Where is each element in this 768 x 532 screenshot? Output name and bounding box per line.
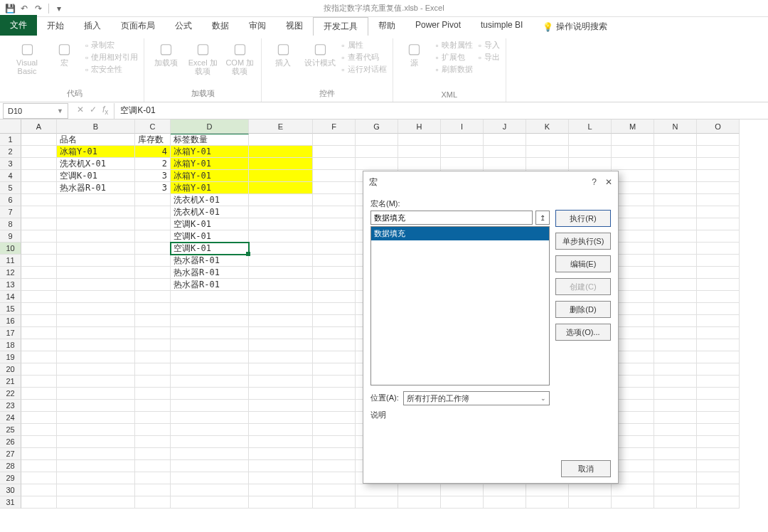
row-header-18[interactable]: 18 <box>0 339 21 351</box>
row-header-10[interactable]: 10 <box>0 243 21 255</box>
cell-E2[interactable] <box>249 146 313 158</box>
cell-H31[interactable] <box>398 496 441 509</box>
cell-C24[interactable] <box>135 412 171 424</box>
row-header-19[interactable]: 19 <box>0 351 21 363</box>
cell-E8[interactable] <box>249 218 313 230</box>
ribbon-button-属性[interactable]: ▫属性 <box>341 40 386 50</box>
fx-icon[interactable]: fx <box>102 105 108 116</box>
cell-B20[interactable] <box>57 363 135 376</box>
cell-A17[interactable] <box>21 327 57 339</box>
cell-F6[interactable] <box>313 194 356 206</box>
ribbon-button-扩展包[interactable]: ▫扩展包 <box>436 52 473 63</box>
cell-D2[interactable]: 冰箱Y-01 <box>171 146 249 158</box>
cell-F13[interactable] <box>313 279 356 291</box>
cell-N3[interactable] <box>654 158 697 170</box>
cell-C1[interactable]: 库存数 <box>135 134 171 146</box>
cell-O1[interactable] <box>697 134 740 146</box>
cell-E17[interactable] <box>249 327 313 339</box>
ribbon-button-导出[interactable]: ▫导出 <box>479 52 500 63</box>
cell-F7[interactable] <box>313 206 356 218</box>
cell-C27[interactable] <box>135 448 171 460</box>
cancel-formula-icon[interactable]: ✕ <box>77 105 84 116</box>
cell-A22[interactable] <box>21 388 57 400</box>
macro-location-select[interactable]: 所有打开的工作簿 ⌄ <box>403 391 550 405</box>
cell-L30[interactable] <box>569 484 612 496</box>
cell-J30[interactable] <box>484 484 526 496</box>
cell-E12[interactable] <box>249 267 313 279</box>
cell-N4[interactable] <box>654 170 697 182</box>
cell-E14[interactable] <box>249 291 313 303</box>
run-button[interactable]: 执行(R) <box>555 210 611 227</box>
cell-B25[interactable] <box>57 424 135 436</box>
tab-数据[interactable]: 数据 <box>202 17 239 36</box>
select-all-corner[interactable] <box>0 119 21 134</box>
cell-A13[interactable] <box>21 279 57 291</box>
tab-file[interactable]: 文件 <box>0 15 37 36</box>
cell-D1[interactable]: 标签数量 <box>171 134 249 146</box>
cell-B5[interactable]: 热水器R-01 <box>57 182 135 194</box>
save-icon[interactable]: 💾 <box>4 3 16 14</box>
ribbon-button-插入[interactable]: ▢插入 <box>267 40 299 67</box>
ribbon-button-刷新数据[interactable]: ▫刷新数据 <box>436 64 473 75</box>
cell-N11[interactable] <box>654 255 697 267</box>
cell-A5[interactable] <box>21 182 57 194</box>
cell-B4[interactable]: 空调K-01 <box>57 170 135 182</box>
cell-N24[interactable] <box>654 412 697 424</box>
enter-formula-icon[interactable]: ✓ <box>90 105 97 116</box>
cell-E1[interactable] <box>249 134 313 146</box>
cell-N7[interactable] <box>654 206 697 218</box>
cell-O3[interactable] <box>697 158 740 170</box>
cell-A8[interactable] <box>21 218 57 230</box>
cell-A9[interactable] <box>21 230 57 243</box>
row-header-4[interactable]: 4 <box>0 170 21 182</box>
cell-A24[interactable] <box>21 412 57 424</box>
row-header-27[interactable]: 27 <box>0 448 21 460</box>
cell-F22[interactable] <box>313 388 356 400</box>
cell-C20[interactable] <box>135 363 171 376</box>
cell-C8[interactable] <box>135 218 171 230</box>
cell-O16[interactable] <box>697 315 740 327</box>
cell-C16[interactable] <box>135 315 171 327</box>
cell-E28[interactable] <box>249 460 313 472</box>
cell-E26[interactable] <box>249 436 313 448</box>
cell-N25[interactable] <box>654 424 697 436</box>
step-into-button[interactable]: 单步执行(S) <box>555 233 611 250</box>
row-header-29[interactable]: 29 <box>0 472 21 484</box>
cell-E6[interactable] <box>249 194 313 206</box>
cell-B11[interactable] <box>57 255 135 267</box>
cell-M30[interactable] <box>612 484 654 496</box>
cell-D7[interactable]: 洗衣机X-01 <box>171 206 249 218</box>
cell-C23[interactable] <box>135 400 171 412</box>
cell-I3[interactable] <box>441 158 484 170</box>
cell-H1[interactable] <box>398 134 441 146</box>
cell-K30[interactable] <box>526 484 569 496</box>
cell-O30[interactable] <box>697 484 740 496</box>
cell-C21[interactable] <box>135 376 171 388</box>
cell-C10[interactable] <box>135 243 171 255</box>
cell-D30[interactable] <box>171 484 249 496</box>
cell-B16[interactable] <box>57 315 135 327</box>
cell-O10[interactable] <box>697 243 740 255</box>
cell-O6[interactable] <box>697 194 740 206</box>
macro-name-input[interactable] <box>370 211 533 225</box>
cell-F20[interactable] <box>313 363 356 376</box>
cell-F8[interactable] <box>313 218 356 230</box>
cell-J31[interactable] <box>484 496 526 509</box>
ribbon-button-COM 加载项[interactable]: ▢COM 加载项 <box>224 40 255 75</box>
tab-插入[interactable]: 插入 <box>74 17 111 36</box>
cell-A26[interactable] <box>21 436 57 448</box>
cell-D14[interactable] <box>171 291 249 303</box>
cell-C28[interactable] <box>135 460 171 472</box>
cell-A21[interactable] <box>21 376 57 388</box>
cell-B29[interactable] <box>57 472 135 484</box>
row-header-26[interactable]: 26 <box>0 436 21 448</box>
cell-B17[interactable] <box>57 327 135 339</box>
column-header-N[interactable]: N <box>654 119 697 134</box>
ribbon-button-宏安全性[interactable]: ▫宏安全性 <box>85 64 138 75</box>
macro-list-item[interactable]: 数据填充 <box>371 227 549 240</box>
cell-N22[interactable] <box>654 388 697 400</box>
cell-O12[interactable] <box>697 267 740 279</box>
cell-O11[interactable] <box>697 255 740 267</box>
cell-A23[interactable] <box>21 400 57 412</box>
cell-C4[interactable]: 3 <box>135 170 171 182</box>
